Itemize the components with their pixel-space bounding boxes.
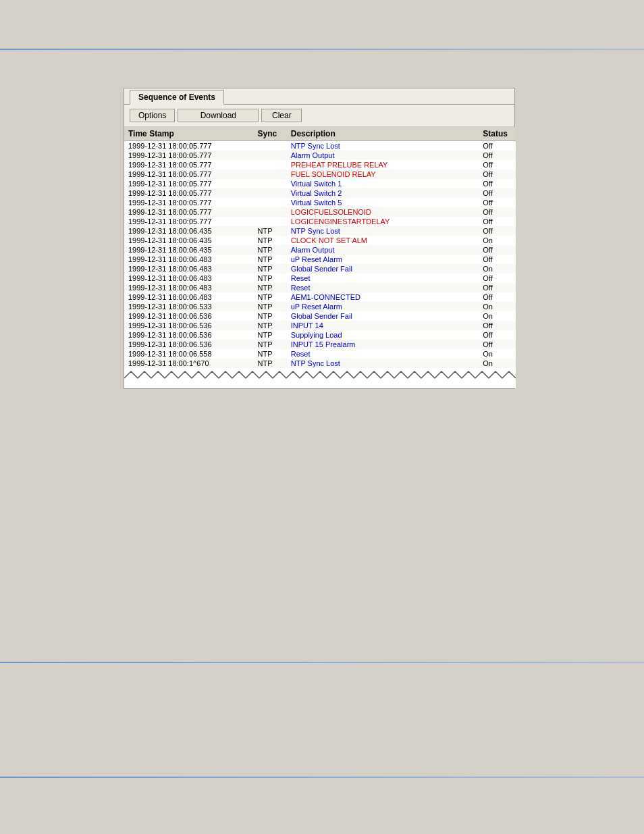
cell-sync: NTP — [254, 226, 287, 236]
cell-timestamp: 1999-12-31 18:00:06.483 — [124, 255, 254, 264]
cell-sync: NTP — [254, 340, 287, 349]
cell-timestamp: 1999-12-31 18:00:06.536 — [124, 330, 254, 340]
cell-sync — [254, 188, 287, 198]
cell-timestamp: 1999-12-31 18:00:06.483 — [124, 264, 254, 273]
panel-tab-row: Sequence of Events — [124, 88, 514, 105]
cell-status: On — [479, 264, 516, 273]
col-header-status: Status — [479, 127, 516, 141]
cell-timestamp: 1999-12-31 18:00:06.435 — [124, 226, 254, 236]
table-row: 1999-12-31 18:00:06.536NTPSupplying Load… — [124, 330, 516, 340]
cell-description: NTP Sync Lost — [287, 359, 479, 368]
cell-sync: NTP — [254, 264, 287, 273]
cell-timestamp: 1999-12-31 18:00:06.536 — [124, 340, 254, 349]
table-row: 1999-12-31 18:00:06.483NTPGlobal Sender … — [124, 264, 516, 273]
table-row: 1999-12-31 18:00:06.536NTPGlobal Sender … — [124, 311, 516, 321]
table-row: 1999-12-31 18:00:05.777FUEL SOLENOID REL… — [124, 170, 516, 179]
cell-status: Off — [479, 340, 516, 349]
cell-status: Off — [479, 160, 516, 170]
clear-button[interactable]: Clear — [261, 109, 302, 122]
cell-sync: NTP — [254, 273, 287, 283]
cell-timestamp: 1999-12-31 18:00:06.435 — [124, 245, 254, 255]
toolbar: Options Download Clear — [124, 105, 514, 127]
cell-status: On — [479, 236, 516, 245]
cell-description: INPUT 14 — [287, 321, 479, 330]
cell-sync: NTP — [254, 255, 287, 264]
cell-sync — [254, 170, 287, 179]
cell-timestamp: 1999-12-31 18:00:05.777 — [124, 170, 254, 179]
cell-sync — [254, 151, 287, 160]
cell-sync: NTP — [254, 321, 287, 330]
options-button[interactable]: Options — [130, 109, 175, 122]
cell-status: Off — [479, 141, 516, 151]
cell-timestamp: 1999-12-31 18:00:06.483 — [124, 283, 254, 292]
download-button[interactable]: Download — [178, 109, 259, 122]
table-row: 1999-12-31 18:00:06.483NTPResetOff — [124, 283, 516, 292]
cell-status: Off — [479, 283, 516, 292]
table-row: 1999-12-31 18:00:06.483NTPResetOff — [124, 273, 516, 283]
cell-timestamp: 1999-12-31 18:00:05.777 — [124, 151, 254, 160]
cell-status: Off — [479, 255, 516, 264]
cell-status: Off — [479, 198, 516, 207]
cell-description: LOGICFUELSOLENOID — [287, 207, 479, 217]
cell-description: Virtual Switch 1 — [287, 179, 479, 188]
cell-sync — [254, 141, 287, 151]
table-row: 1999-12-31 18:00:05.777LOGICENGINESTARTD… — [124, 217, 516, 226]
cell-description: Reset — [287, 283, 479, 292]
cell-description: Global Sender Fail — [287, 264, 479, 273]
cell-timestamp: 1999-12-31 18:00:06.558 — [124, 349, 254, 359]
table-row: 1999-12-31 18:00:05.777Virtual Switch 5O… — [124, 198, 516, 207]
table-header-row: Time Stamp Sync Description Status — [124, 127, 516, 141]
cell-status: Off — [479, 179, 516, 188]
table-row: 1999-12-31 18:00:06.558NTPResetOn — [124, 349, 516, 359]
events-table: Time Stamp Sync Description Status 1999-… — [124, 127, 516, 388]
cell-sync — [254, 217, 287, 226]
cell-status: Off — [479, 321, 516, 330]
cell-sync — [254, 160, 287, 170]
table-row: 1999-12-31 18:00:06.536NTPINPUT 14Off — [124, 321, 516, 330]
table-row: 1999-12-31 18:00:06.435NTPNTP Sync LostO… — [124, 226, 516, 236]
cell-timestamp: 1999-12-31 18:00:05.777 — [124, 217, 254, 226]
cell-timestamp: 1999-12-31 18:00:06.483 — [124, 292, 254, 302]
waveform-cell — [124, 368, 516, 388]
cell-timestamp: 1999-12-31 18:00:06.536 — [124, 321, 254, 330]
cell-sync: NTP — [254, 236, 287, 245]
cell-sync: NTP — [254, 359, 287, 368]
cell-timestamp: 1999-12-31 18:00:05.777 — [124, 141, 254, 151]
cell-timestamp: 1999-12-31 18:00:06.435 — [124, 236, 254, 245]
panel-tab: Sequence of Events — [130, 90, 224, 105]
table-row: 1999-12-31 18:00:06.536NTPINPUT 15 Preal… — [124, 340, 516, 349]
table-row: 1999-12-31 18:00:05.777PREHEAT PRELUBE R… — [124, 160, 516, 170]
cell-status: Off — [479, 273, 516, 283]
table-row: 1999-12-31 18:00:06.483NTPuP Reset Alarm… — [124, 255, 516, 264]
table-row: 1999-12-31 18:00:06.435NTPAlarm OutputOf… — [124, 245, 516, 255]
panel-tab-label: Sequence of Events — [138, 93, 215, 102]
cell-status: Off — [479, 188, 516, 198]
table-row: 1999-12-31 18:00:06.435NTPCLOCK NOT SET … — [124, 236, 516, 245]
cell-timestamp: 1999-12-31 18:00:05.777 — [124, 188, 254, 198]
cell-status: Off — [479, 217, 516, 226]
table-row: 1999-12-31 18:00:05.777NTP Sync LostOff — [124, 141, 516, 151]
cell-description: Reset — [287, 349, 479, 359]
waveform-svg — [124, 369, 516, 388]
cell-description: NTP Sync Lost — [287, 226, 479, 236]
table-row: 1999-12-31 18:00:05.777LOGICFUELSOLENOID… — [124, 207, 516, 217]
cell-description: Global Sender Fail — [287, 311, 479, 321]
cell-description: Alarm Output — [287, 245, 479, 255]
cell-status: On — [479, 359, 516, 368]
cell-sync: NTP — [254, 283, 287, 292]
cell-description: Reset — [287, 273, 479, 283]
cell-sync: NTP — [254, 349, 287, 359]
table-row: 1999-12-31 18:00:06.483NTPAEM1-CONNECTED… — [124, 292, 516, 302]
cell-sync — [254, 198, 287, 207]
cell-description: INPUT 15 Prealarm — [287, 340, 479, 349]
cell-status: On — [479, 302, 516, 311]
cell-description: Virtual Switch 2 — [287, 188, 479, 198]
cell-status: Off — [479, 170, 516, 179]
cell-status: Off — [479, 226, 516, 236]
sequence-of-events-panel: Sequence of Events Options Download Clea… — [124, 88, 515, 389]
col-header-sync: Sync — [254, 127, 287, 141]
bottom-decorative-line-upper — [0, 662, 644, 663]
cell-status: On — [479, 349, 516, 359]
cell-sync — [254, 207, 287, 217]
cell-description: Supplying Load — [287, 330, 479, 340]
